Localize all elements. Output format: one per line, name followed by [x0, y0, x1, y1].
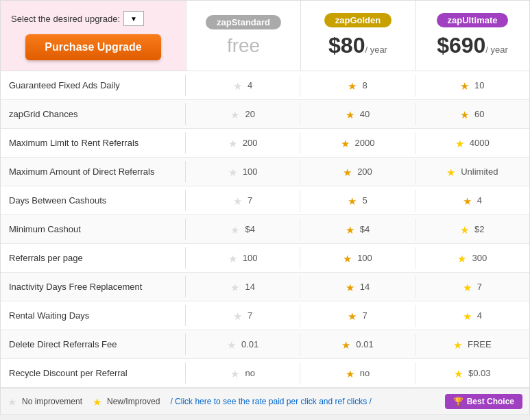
row-value: 100	[186, 247, 300, 269]
purchase-upgrade-button[interactable]: Purchase Upgrade	[25, 34, 160, 60]
star-bright-icon	[93, 396, 104, 407]
row-value: 7	[300, 305, 415, 327]
row-label: Delete Direct Referrals Fee	[1, 334, 186, 355]
star-icon	[460, 80, 471, 91]
cell-value: FREE	[468, 339, 492, 349]
plan-price-golden: $80/ year	[328, 33, 387, 58]
pricing-table: Select the desired upgrade: ▼ Purchase U…	[0, 0, 530, 415]
row-value: 100	[186, 161, 300, 183]
table-row: Maximum Limit to Rent Referrals200200040…	[1, 129, 529, 158]
cell-value: 7	[362, 310, 367, 321]
star-icon	[463, 310, 474, 321]
table-row: Guaranteed Fixed Ads Daily4810	[1, 71, 529, 100]
row-value: 0.01	[300, 334, 415, 356]
no-improvement-label: No improvement	[22, 397, 82, 406]
star-icon	[228, 253, 239, 264]
row-value: 200	[186, 132, 300, 154]
cell-value: 300	[472, 253, 487, 263]
star-icon	[230, 224, 241, 235]
row-value: 4	[186, 75, 300, 97]
plan-badge-golden: zapGolden	[324, 13, 392, 27]
table-row: Maximum Amount of Direct Referrals100200…	[1, 158, 529, 186]
cell-value: 7	[248, 310, 252, 321]
row-value: 7	[186, 190, 300, 212]
rows-container: Guaranteed Fixed Ads Daily4810zapGrid Ch…	[1, 71, 529, 388]
cell-value: 100	[357, 253, 372, 263]
star-icon	[228, 166, 239, 177]
cell-value: 8	[362, 80, 367, 90]
row-value: 0.01	[186, 334, 300, 356]
star-icon	[230, 368, 241, 379]
row-value: 14	[186, 276, 300, 298]
plan-badge-ultimate: zapUltimate	[437, 13, 509, 27]
star-icon	[228, 138, 239, 149]
upgrade-dropdown[interactable]: ▼	[123, 11, 144, 26]
plan-price-standard: free	[227, 35, 260, 57]
star-icon	[348, 310, 359, 321]
star-icon	[233, 80, 244, 91]
star-icon	[455, 138, 466, 149]
plan-header-ultimate: zapUltimate $690/ year	[415, 1, 529, 71]
table-row: Rental Waiting Days774	[1, 301, 529, 330]
cell-value: 14	[245, 282, 254, 292]
row-value: 300	[415, 247, 529, 269]
row-label: Maximum Limit to Rent Referrals	[1, 132, 186, 153]
row-label: Recycle Discount per Referral	[1, 362, 186, 384]
row-value: 14	[300, 276, 415, 298]
row-value: 4	[415, 305, 529, 327]
cell-value: 7	[477, 282, 482, 292]
footer-new-improved: New/Improved	[93, 396, 160, 407]
row-label: Inactivity Days Free Replacement	[1, 276, 186, 297]
chevron-down-icon: ▼	[130, 15, 137, 23]
star-icon	[463, 282, 474, 293]
select-panel: Select the desired upgrade: ▼ Purchase U…	[1, 1, 186, 71]
row-label: zapGrid Chances	[1, 103, 186, 125]
row-label: Days Between Cashouts	[1, 190, 186, 211]
rate-link[interactable]: / Click here to see the rate paid per cl…	[170, 397, 371, 406]
plan-header-standard: zapStandard free	[186, 1, 300, 71]
star-icon	[346, 109, 357, 120]
star-icon	[348, 195, 359, 206]
cell-value: 20	[245, 109, 254, 119]
row-value: $4	[300, 219, 415, 240]
row-value: 4000	[415, 132, 529, 154]
star-icon	[341, 339, 352, 350]
star-icon	[446, 166, 457, 177]
row-value: $2	[415, 219, 529, 240]
cell-value: 7	[248, 195, 252, 206]
row-value: 20	[186, 103, 300, 125]
row-label: Guaranteed Fixed Ads Daily	[1, 75, 186, 96]
cell-value: $4	[245, 224, 254, 234]
cell-value: 60	[474, 109, 484, 119]
row-value: FREE	[415, 334, 529, 356]
row-value: no	[300, 362, 415, 384]
table-row: Referrals per page100100300	[1, 244, 529, 273]
cell-value: 4	[248, 80, 252, 90]
cell-value: 200	[357, 166, 372, 177]
star-icon	[460, 109, 471, 120]
star-icon	[460, 224, 471, 235]
star-icon	[233, 195, 244, 206]
row-value: 5	[300, 190, 415, 212]
cell-value: 14	[360, 282, 370, 292]
star-icon	[343, 166, 354, 177]
row-value: 60	[415, 103, 529, 125]
trophy-icon: 🏆	[453, 397, 463, 406]
cell-value: no	[245, 368, 254, 378]
star-empty-icon	[8, 396, 19, 407]
star-icon	[346, 368, 357, 379]
header-row: Select the desired upgrade: ▼ Purchase U…	[1, 1, 529, 71]
star-icon	[343, 253, 354, 264]
cell-value: 0.01	[356, 339, 373, 349]
cell-value: 4000	[470, 138, 490, 148]
star-icon	[227, 339, 238, 350]
cell-value: 2000	[355, 138, 375, 148]
table-row: Delete Direct Referrals Fee0.010.01FREE	[1, 330, 529, 359]
cell-value: 10	[474, 80, 484, 90]
footer-no-improvement: No improvement	[8, 396, 82, 407]
cell-value: $0.03	[468, 368, 491, 378]
cell-value: $2	[474, 224, 484, 234]
row-label: Rental Waiting Days	[1, 305, 186, 326]
row-value: no	[186, 362, 300, 384]
star-icon	[454, 368, 465, 379]
